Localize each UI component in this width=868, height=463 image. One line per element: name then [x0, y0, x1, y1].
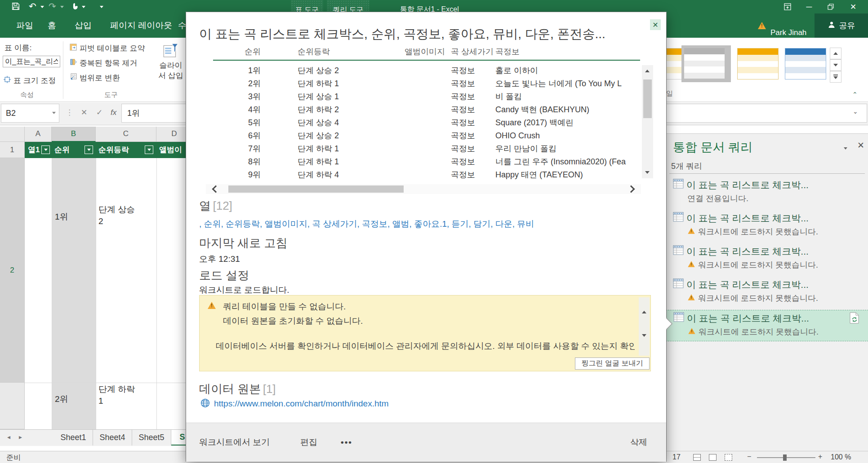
preview-detail-link: 곡정보 [451, 64, 475, 77]
table-style-thumbnail-3[interactable] [737, 48, 779, 79]
touch-mode-icon[interactable] [71, 2, 79, 12]
col-header-a[interactable]: A [25, 127, 52, 142]
dialog-close-icon[interactable]: ✕ [650, 19, 661, 30]
table-header-album: 앨범이 [159, 145, 182, 155]
table-style-thumbnail-4[interactable] [785, 48, 826, 79]
tab-insert[interactable]: 삽입 [75, 13, 92, 38]
panel-options-icon[interactable] [844, 147, 847, 150]
more-options-button[interactable]: ••• [341, 423, 352, 462]
send-frown-button[interactable]: 찡그린 얼굴 보내기 [575, 357, 650, 370]
scrollbar-thumb[interactable] [228, 185, 404, 193]
expand-formula-bar-icon[interactable]: ⌄ [853, 108, 858, 115]
styles-scroll-down-icon[interactable] [830, 59, 841, 71]
query-table-icon [673, 278, 684, 290]
cell-c3-line1[interactable]: 단계 하락 [98, 384, 135, 395]
remove-duplicates-button[interactable]: 중복된 항목 제거 [70, 58, 137, 68]
query-item-4[interactable]: 이 표는 곡 리스트로 체크박... 워크시트에 로드하지 못했습니다. [666, 277, 868, 308]
zoom-out-icon[interactable]: − [747, 453, 751, 461]
sheet-tab-sheet5[interactable]: Sheet5 [132, 430, 171, 445]
enter-icon[interactable]: ✓ [96, 102, 102, 123]
page-break-view-icon[interactable] [725, 454, 732, 461]
delete-button[interactable]: 삭제 [630, 423, 647, 462]
tab-file[interactable]: 파일 [16, 13, 33, 38]
row-header-2[interactable]: 2 [0, 158, 25, 383]
cell-b3[interactable]: 2위 [55, 393, 68, 405]
preview-row: 4위 단계 하락 2 곡정보 Candy 백현 (BAEKHYUN) [186, 103, 640, 116]
panel-close-icon[interactable]: ✕ [857, 140, 864, 150]
sheet-tab-sheet4[interactable]: Sheet4 [93, 430, 132, 445]
table-name-input[interactable] [3, 56, 60, 67]
restore-button[interactable] [822, 0, 840, 13]
scroll-up-icon[interactable] [645, 70, 650, 72]
tab-home[interactable]: 홈 [48, 13, 56, 38]
scroll-down-icon[interactable] [645, 171, 650, 174]
zoom-slider-thumb[interactable] [783, 454, 787, 461]
undo-dropdown-icon[interactable] [40, 6, 44, 8]
panel-title: 통합 문서 쿼리 [673, 139, 752, 155]
select-all-corner[interactable] [0, 127, 25, 142]
zoom-in-icon[interactable]: + [818, 453, 822, 461]
context-tab-table-tools[interactable]: 표 도구 [291, 0, 323, 13]
view-in-worksheet-button[interactable]: 워크시트에서 보기 [199, 423, 270, 462]
scroll-left-icon[interactable] [212, 185, 220, 193]
preview-horizontal-scrollbar[interactable] [206, 184, 641, 194]
insert-slicer-button[interactable]: 슬라이 서 삽입 [157, 42, 184, 81]
filter-icon[interactable] [85, 146, 93, 154]
page-layout-view-icon[interactable] [709, 454, 717, 461]
table-style-thumbnail-2-selected[interactable] [681, 45, 731, 82]
query-item-3[interactable]: 이 표는 곡 리스트로 체크박... 워크시트에 로드하지 못했습니다. [666, 243, 868, 275]
name-box-dropdown-icon[interactable] [52, 112, 56, 114]
row-header-1[interactable]: 1 [0, 142, 25, 158]
save-icon[interactable] [12, 2, 20, 12]
close-window-button[interactable]: ✕ [844, 0, 862, 13]
preview-change: 단계 상승 2 [298, 129, 339, 142]
share-button[interactable]: 공유 [815, 13, 868, 38]
scroll-right-icon[interactable] [628, 185, 635, 193]
filter-icon[interactable] [145, 146, 153, 154]
convert-to-range-button[interactable]: 범위로 변환 [70, 73, 120, 83]
undo-icon[interactable]: ↶ [29, 0, 36, 12]
cell-b2[interactable]: 1위 [55, 211, 68, 223]
minimize-button[interactable]: ─ [800, 0, 818, 13]
name-box[interactable]: B2 [1, 104, 59, 123]
zoom-level[interactable]: 100 % [831, 453, 851, 461]
collapse-ribbon-icon[interactable]: ⌃ [852, 91, 858, 98]
query-item-5-selected[interactable]: 이 표는 곡 리스트로 체크박... 워크시트에 로드하지 못했습니다. [666, 310, 868, 341]
cancel-icon[interactable]: ✕ [81, 102, 87, 123]
row-header-3[interactable] [0, 383, 25, 429]
summarize-pivot-button[interactable]: 피벗 테이블로 요약 [70, 43, 145, 53]
preview-song: Candy 백현 (BAEKHYUN) [495, 103, 639, 116]
sheet-nav-right-icon[interactable]: ▸ [19, 433, 22, 441]
normal-view-icon[interactable] [693, 454, 701, 461]
columns-list[interactable]: , 순위, 순위등락, 앨범이미지, 곡 상세가기, 곡정보, 앨범, 좋아요.… [199, 218, 649, 230]
scrollbar-thumb[interactable] [643, 79, 652, 118]
scroll-up-icon[interactable] [642, 311, 646, 313]
sheet-nav-left-icon[interactable]: ◂ [7, 433, 10, 441]
scroll-down-icon[interactable] [642, 334, 646, 337]
styles-more-icon[interactable] [830, 71, 841, 83]
refresh-icon[interactable] [850, 312, 859, 326]
insert-function-icon[interactable]: fx [111, 102, 116, 123]
tab-page-layout[interactable]: 페이지 레이아웃 [110, 13, 172, 38]
styles-scroll-up-icon[interactable] [830, 48, 841, 59]
preview-vertical-scrollbar[interactable] [642, 65, 653, 178]
edit-button[interactable]: 편집 [300, 423, 317, 462]
col-header-b[interactable]: B [52, 127, 96, 142]
col-header-c[interactable]: C [96, 127, 156, 142]
warning-scroll-strip[interactable] [639, 297, 650, 356]
context-tab-query-tools[interactable]: 쿼리 도구 [327, 0, 369, 13]
filter-icon[interactable] [41, 146, 50, 154]
touch-mode-dropdown-icon[interactable] [82, 6, 85, 8]
query-item-2[interactable]: 이 표는 곡 리스트로 체크박... 워크시트에 로드하지 못했습니다. [666, 210, 868, 242]
account-warning-icon[interactable] [758, 22, 766, 29]
resize-table-button[interactable]: 표 크기 조정 [4, 75, 56, 86]
cell-c3-line2[interactable]: 1 [98, 396, 103, 406]
sheet-tab-sheet1[interactable]: Sheet1 [54, 430, 93, 445]
cell-c2-line2[interactable]: 2 [98, 216, 103, 226]
query-table-icon [673, 212, 684, 224]
query-item-1[interactable]: 이 표는 곡 리스트로 체크박... 연결 전용입니다. [666, 177, 868, 208]
cell-c2-line1[interactable]: 단계 상승 [98, 204, 135, 216]
data-source-link[interactable]: https://www.melon.com/chart/month/index.… [214, 399, 389, 409]
qat-customize-icon[interactable] [100, 6, 103, 8]
ribbon-display-options-icon[interactable] [779, 0, 797, 13]
